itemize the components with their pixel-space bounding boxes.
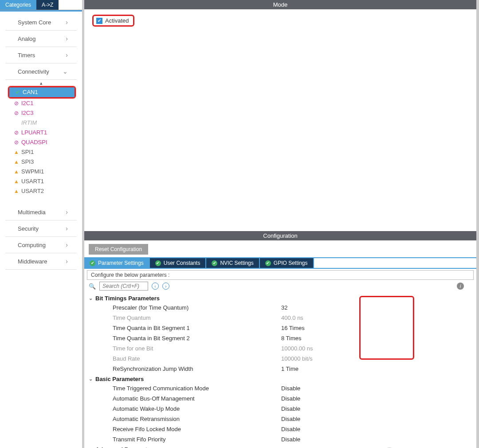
cat-timers[interactable]: Timers › bbox=[5, 47, 77, 63]
param-value: 16 Times bbox=[281, 324, 472, 332]
param-label: Time Quanta in Bit Segment 2 bbox=[113, 334, 281, 342]
cat-connectivity[interactable]: Connectivity ⌄ bbox=[5, 63, 77, 80]
param-value: Disable bbox=[281, 415, 472, 423]
main-panel: Mode ✔ Activated Configuration Reset Con… bbox=[84, 0, 476, 448]
param-label: Baud Rate bbox=[113, 354, 281, 363]
peripheral-i2c3[interactable]: ⊘ I2C3 bbox=[0, 108, 82, 118]
forbid-icon: ⊘ bbox=[13, 109, 20, 117]
highlight-box: ✔ CAN1 bbox=[8, 86, 76, 98]
cat-analog[interactable]: Analog › bbox=[5, 31, 77, 47]
cat-middleware[interactable]: Middleware › bbox=[5, 253, 77, 270]
cat-label: Middleware bbox=[18, 258, 47, 265]
param-prescaler[interactable]: Prescaler (for Time Quantum) 32 bbox=[89, 303, 472, 313]
forbid-icon: ⊘ bbox=[13, 129, 20, 137]
param-tqbs2[interactable]: Time Quanta in Bit Segment 2 8 Times bbox=[89, 333, 472, 343]
cat-security[interactable]: Security › bbox=[5, 220, 77, 237]
cat-label: Connectivity bbox=[18, 68, 49, 75]
peripheral-label: LPUART1 bbox=[21, 129, 47, 137]
check-dot-icon: ✔ bbox=[90, 260, 95, 266]
group-bit-timings[interactable]: ⌄ Bit Timings Parameters bbox=[89, 293, 472, 303]
param-label: ReSynchronization Jump Width bbox=[113, 365, 281, 373]
warning-icon: ▲ bbox=[13, 187, 20, 195]
param-value: Disable bbox=[281, 394, 472, 403]
param-art[interactable]: Automatic Retransmission Disable bbox=[89, 414, 472, 424]
group-advanced[interactable]: ⌄ Advanced Parameters bbox=[89, 444, 472, 448]
param-resync[interactable]: ReSynchronization Jump Width 1 Time bbox=[89, 364, 472, 374]
peripheral-i2c1[interactable]: ⊘ I2C1 bbox=[0, 98, 82, 108]
config-title-bar: Configuration bbox=[84, 231, 476, 240]
connectivity-subtree: ✔ CAN1 ⊘ I2C1 ⊘ I2C3 IRTIM ⊘ bbox=[0, 86, 82, 196]
peripheral-label: SPI3 bbox=[21, 158, 34, 166]
param-value: Disable bbox=[281, 405, 472, 413]
param-value: 100000 bit/s bbox=[281, 354, 472, 363]
peripheral-swpmi1[interactable]: ▲ SWPMI1 bbox=[0, 167, 82, 177]
group-title: Bit Timings Parameters bbox=[95, 295, 160, 302]
param-label: Automatic Bus-Off Management bbox=[113, 394, 281, 403]
peripheral-quadspi[interactable]: ⊘ QUADSPI bbox=[0, 138, 82, 147]
peripheral-label: I2C3 bbox=[21, 109, 33, 117]
tab-a-to-z[interactable]: A->Z bbox=[36, 0, 59, 10]
param-value: 8 Times bbox=[281, 334, 472, 342]
warning-icon: ▲ bbox=[13, 148, 20, 156]
parameters-tree: ⌄ Bit Timings Parameters Prescaler (for … bbox=[84, 292, 476, 448]
cat-multimedia[interactable]: Multimedia › bbox=[5, 204, 77, 220]
tab-categories[interactable]: Categories bbox=[0, 0, 36, 10]
right-scroll-strip[interactable] bbox=[476, 0, 479, 448]
peripheral-lpuart1[interactable]: ⊘ LPUART1 bbox=[0, 128, 82, 138]
info-icon[interactable]: i bbox=[457, 283, 464, 290]
param-rflm[interactable]: Receive Fifo Locked Mode Disable bbox=[89, 424, 472, 434]
param-label: Time Quantum bbox=[113, 314, 281, 322]
tab-label: User Constants bbox=[164, 260, 200, 266]
peripheral-usart2[interactable]: ▲ USART2 bbox=[0, 186, 82, 196]
cat-label: Security bbox=[18, 225, 39, 232]
config-tabs: ✔ Parameter Settings ✔ User Constants ✔ … bbox=[84, 257, 476, 269]
configure-hint: Configure the below parameters : bbox=[87, 270, 474, 280]
peripheral-irtim[interactable]: IRTIM bbox=[0, 118, 82, 128]
param-tqbs1[interactable]: Time Quanta in Bit Segment 1 16 Times bbox=[89, 323, 472, 333]
peripheral-spi1[interactable]: ▲ SPI1 bbox=[0, 147, 82, 157]
warning-icon: ▲ bbox=[13, 177, 20, 185]
reset-configuration-button[interactable]: Reset Configuration bbox=[89, 244, 148, 255]
activated-checkbox[interactable]: ✔ bbox=[96, 18, 102, 24]
param-time-quantum: Time Quantum 400.0 ns bbox=[89, 313, 472, 323]
param-abom[interactable]: Automatic Bus-Off Management Disable bbox=[89, 393, 472, 404]
expand-icon: ⌄ bbox=[89, 376, 93, 382]
param-value: 400.0 ns bbox=[281, 314, 472, 322]
peripheral-label: SPI1 bbox=[21, 148, 34, 156]
tab-gpio-settings[interactable]: ✔ GPIO Settings bbox=[260, 258, 314, 268]
scroll-up-icon[interactable]: ▴ bbox=[0, 81, 82, 85]
peripheral-label: IRTIM bbox=[21, 119, 37, 127]
tab-parameter-settings[interactable]: ✔ Parameter Settings bbox=[84, 258, 150, 268]
param-baud: Baud Rate 100000 bit/s bbox=[89, 354, 472, 364]
tab-label: Parameter Settings bbox=[98, 260, 144, 266]
cat-system-core[interactable]: System Core › bbox=[5, 14, 77, 31]
cat-label: Computing bbox=[18, 242, 46, 248]
param-txfp[interactable]: Transmit Fifo Priority Disable bbox=[89, 434, 472, 444]
param-onebit: Time for one Bit 10000.00 ns bbox=[89, 343, 472, 354]
group-basic[interactable]: ⌄ Basic Parameters bbox=[89, 374, 472, 383]
mode-title-bar: Mode bbox=[84, 0, 476, 9]
chevron-right-icon: › bbox=[66, 51, 68, 59]
tab-nvic-settings[interactable]: ✔ NVIC Settings bbox=[206, 258, 259, 268]
cat-label: Multimedia bbox=[18, 209, 46, 216]
search-input[interactable] bbox=[99, 282, 148, 291]
mode-body: ✔ Activated bbox=[84, 9, 476, 231]
param-ttcm[interactable]: Time Triggered Communication Mode Disabl… bbox=[89, 383, 472, 393]
tab-user-constants[interactable]: ✔ User Constants bbox=[150, 258, 207, 268]
peripheral-can1[interactable]: ✔ CAN1 bbox=[9, 87, 75, 97]
warning-icon: ▲ bbox=[13, 158, 20, 166]
param-awum[interactable]: Automatic Wake-Up Mode Disable bbox=[89, 404, 472, 414]
category-list: System Core › Analog › Timers › Connecti… bbox=[0, 12, 82, 270]
peripheral-spi3[interactable]: ▲ SPI3 bbox=[0, 157, 82, 167]
tab-label: GPIO Settings bbox=[274, 260, 308, 266]
prev-match-button[interactable]: ‹ bbox=[152, 283, 159, 290]
cat-computing[interactable]: Computing › bbox=[5, 237, 77, 253]
peripheral-label: SWPMI1 bbox=[21, 168, 44, 176]
peripheral-usart1[interactable]: ▲ USART1 bbox=[0, 177, 82, 186]
config-area: Reset Configuration ✔ Parameter Settings… bbox=[84, 240, 476, 448]
expand-icon: ⌄ bbox=[89, 295, 93, 301]
peripheral-label: USART2 bbox=[21, 187, 44, 195]
peripheral-label: CAN1 bbox=[23, 88, 38, 96]
peripheral-label: QUADSPI bbox=[21, 138, 47, 146]
next-match-button[interactable]: › bbox=[162, 283, 169, 290]
